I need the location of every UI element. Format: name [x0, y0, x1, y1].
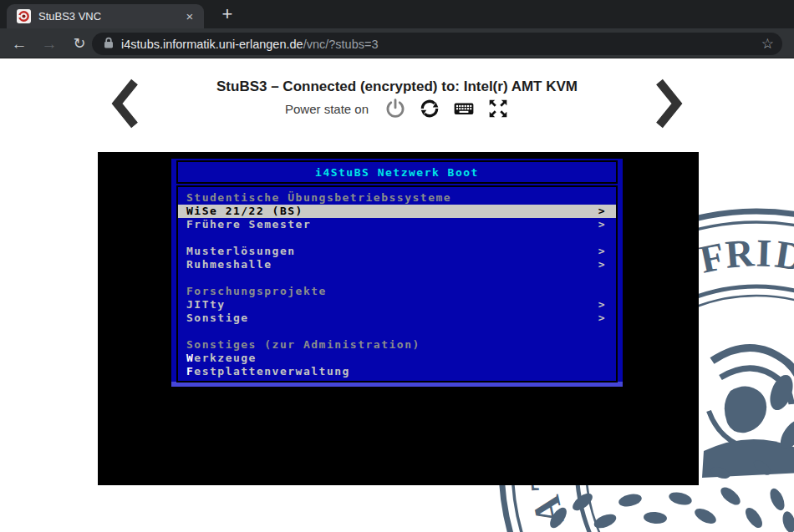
url-text: i4stubs.informatik.uni-erlangen.de/vnc/?…: [121, 38, 761, 51]
submenu-arrow-icon: >: [598, 205, 606, 218]
menu-item[interactable]: Werkzeuge: [178, 352, 616, 365]
keyboard-icon[interactable]: [453, 98, 475, 119]
refresh-icon[interactable]: [419, 98, 440, 119]
browser-tab[interactable]: StuBS3 VNC ×: [7, 4, 204, 28]
boot-menu-list: Studentische ÜbungsbetriebssystemeWiSe 2…: [176, 185, 618, 383]
menu-item[interactable]: Frühere Semester>: [178, 218, 616, 231]
boot-menu-title-box: i4StuBS Netzwerk Boot: [176, 160, 618, 184]
tab-strip: StuBS3 VNC × +: [0, 0, 794, 28]
bookmark-star-icon[interactable]: ☆: [761, 37, 774, 51]
seal-letter: D: [772, 232, 794, 280]
seal-letter: V: [532, 521, 583, 532]
seal-letter: A: [523, 492, 572, 529]
new-tab-button[interactable]: +: [216, 3, 239, 27]
menu-item[interactable]: Musterlösungen>: [178, 245, 616, 258]
menu-section-header: Sonstiges (zur Administration): [178, 338, 616, 352]
url-domain: i4stubs.informatik.uni-erlangen.de: [121, 38, 303, 51]
menu-section-header: Forschungsprojekte: [178, 285, 616, 298]
boot-menu-panel: i4StuBS Netzwerk Boot Studentische Übung…: [171, 159, 623, 387]
submenu-arrow-icon: >: [598, 218, 606, 231]
menu-spacer: [178, 325, 616, 338]
power-icon[interactable]: [384, 98, 406, 119]
seal-letter: I: [756, 231, 772, 276]
menu-spacer: [178, 231, 616, 245]
menu-item[interactable]: Ruhmeshalle>: [178, 258, 616, 271]
submenu-arrow-icon: >: [598, 245, 606, 258]
seal-letter: F: [695, 234, 728, 281]
menu-item[interactable]: WiSe 21/22 (BS)>: [178, 205, 616, 218]
seal-letter: R: [724, 231, 756, 276]
previous-machine-button[interactable]: [110, 78, 140, 129]
lock-icon[interactable]: [104, 37, 114, 52]
reload-icon[interactable]: ↻: [70, 35, 89, 53]
menu-item[interactable]: JITty>: [178, 298, 616, 312]
chevron-right-icon: [654, 78, 684, 129]
tab-favicon-icon: [17, 9, 31, 23]
submenu-arrow-icon: >: [598, 258, 606, 271]
tab-title: StuBS3 VNC: [38, 10, 182, 23]
chevron-left-icon: [110, 78, 140, 129]
menu-spacer: [178, 271, 616, 285]
url-path: /vnc/?stubs=3: [303, 38, 379, 51]
menu-item[interactable]: Festplattenverwaltung: [178, 365, 616, 378]
boot-menu-title: i4StuBS Netzwerk Boot: [315, 166, 479, 179]
forward-icon: →: [40, 35, 59, 53]
submenu-arrow-icon: >: [598, 312, 606, 325]
menu-item[interactable]: Sonstige>: [178, 312, 616, 325]
submenu-arrow-icon: >: [598, 298, 606, 312]
power-state-label: Power state on: [285, 102, 369, 116]
tab-close-icon[interactable]: ×: [182, 9, 197, 24]
back-icon[interactable]: ←: [10, 35, 28, 53]
next-machine-button[interactable]: [654, 78, 684, 129]
url-bar[interactable]: i4stubs.informatik.uni-erlangen.de/vnc/?…: [92, 33, 782, 55]
menu-section-header: Studentische Übungsbetriebssysteme: [178, 191, 616, 205]
fullscreen-icon[interactable]: [487, 98, 509, 119]
vnc-screen[interactable]: i4StuBS Netzwerk Boot Studentische Übung…: [98, 152, 699, 485]
